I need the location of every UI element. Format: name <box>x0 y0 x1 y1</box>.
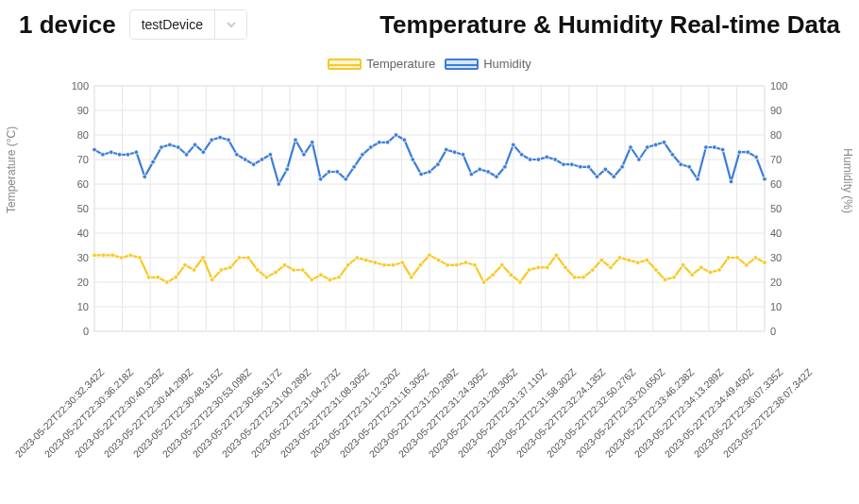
device-select[interactable]: testDevice <box>129 9 247 40</box>
svg-text:10: 10 <box>770 301 782 312</box>
legend-item-humidity[interactable]: Humidity <box>445 57 531 71</box>
svg-point-82 <box>300 268 305 273</box>
svg-point-75 <box>237 256 242 260</box>
svg-point-102 <box>481 280 486 285</box>
svg-point-66 <box>156 276 160 280</box>
legend-swatch-temperature <box>328 59 362 70</box>
svg-point-61 <box>110 253 115 258</box>
svg-point-199 <box>637 158 642 162</box>
svg-point-207 <box>704 145 709 150</box>
svg-point-206 <box>696 177 700 182</box>
svg-point-200 <box>645 145 649 150</box>
svg-point-65 <box>146 276 151 280</box>
svg-point-77 <box>255 268 260 273</box>
svg-point-123 <box>672 276 677 280</box>
svg-point-121 <box>654 268 659 273</box>
svg-point-184 <box>511 143 515 147</box>
svg-point-202 <box>662 141 666 145</box>
svg-point-118 <box>627 258 632 262</box>
svg-point-173 <box>419 172 424 176</box>
svg-point-197 <box>620 165 625 170</box>
svg-point-214 <box>763 177 767 182</box>
svg-point-91 <box>382 263 387 268</box>
svg-point-122 <box>663 277 667 282</box>
svg-text:100: 100 <box>72 80 89 92</box>
svg-point-142 <box>160 145 164 150</box>
svg-point-97 <box>436 258 441 262</box>
svg-point-183 <box>503 165 508 170</box>
svg-point-185 <box>519 153 524 158</box>
svg-point-115 <box>599 258 604 262</box>
svg-point-143 <box>168 143 173 147</box>
svg-point-164 <box>344 177 348 182</box>
svg-point-59 <box>93 253 97 258</box>
svg-point-72 <box>210 277 214 282</box>
y-axis-label-left: Temperature (°C) <box>5 126 18 213</box>
svg-point-201 <box>653 143 658 147</box>
svg-point-78 <box>264 276 269 280</box>
svg-text:0: 0 <box>770 326 776 337</box>
svg-point-182 <box>495 175 499 179</box>
svg-point-203 <box>670 153 675 158</box>
svg-point-87 <box>345 263 350 268</box>
svg-point-79 <box>274 270 278 275</box>
svg-point-127 <box>708 270 713 275</box>
svg-point-177 <box>452 150 457 155</box>
svg-point-169 <box>385 141 390 145</box>
svg-point-195 <box>603 167 608 172</box>
device-select-value[interactable]: testDevice <box>130 17 214 32</box>
svg-point-159 <box>302 153 307 158</box>
legend-label-humidity: Humidity <box>483 57 531 71</box>
svg-text:80: 80 <box>77 129 89 141</box>
svg-text:90: 90 <box>77 105 89 116</box>
svg-point-76 <box>246 256 251 260</box>
svg-text:60: 60 <box>77 178 89 190</box>
svg-point-119 <box>635 260 640 265</box>
device-select-caret[interactable] <box>214 10 246 39</box>
svg-point-154 <box>260 158 264 162</box>
legend-swatch-humidity <box>445 59 479 70</box>
svg-point-73 <box>219 268 224 273</box>
svg-point-134 <box>93 147 97 152</box>
svg-point-98 <box>446 263 450 268</box>
svg-point-170 <box>394 133 398 138</box>
svg-point-160 <box>310 141 314 145</box>
svg-point-174 <box>428 170 432 175</box>
svg-point-110 <box>554 253 559 258</box>
svg-point-74 <box>228 265 233 270</box>
svg-text:70: 70 <box>77 154 89 165</box>
svg-point-116 <box>609 265 614 270</box>
svg-point-209 <box>720 147 725 152</box>
svg-point-128 <box>717 268 722 273</box>
x-axis-labels: 2023-05-22T22:30:32.342Z2023-05-22T22:30… <box>94 366 802 504</box>
svg-point-148 <box>210 138 214 143</box>
svg-point-112 <box>572 276 577 280</box>
svg-point-140 <box>143 175 147 179</box>
svg-point-99 <box>454 263 459 268</box>
svg-point-71 <box>201 256 206 260</box>
svg-point-191 <box>570 162 575 167</box>
svg-point-179 <box>469 172 474 176</box>
chart-svg: 0010102020303040405050606070708080909010… <box>38 76 821 350</box>
svg-text:0: 0 <box>83 326 89 337</box>
svg-point-193 <box>586 165 591 170</box>
svg-point-111 <box>564 265 568 270</box>
svg-point-103 <box>491 273 496 277</box>
svg-point-167 <box>369 145 374 150</box>
legend-label-temperature: Temperature <box>366 57 435 71</box>
svg-point-146 <box>193 143 197 147</box>
svg-point-188 <box>545 155 549 160</box>
svg-point-92 <box>391 263 396 268</box>
svg-point-108 <box>536 265 541 270</box>
svg-point-84 <box>319 273 324 277</box>
svg-point-204 <box>679 162 683 167</box>
svg-point-172 <box>411 158 415 162</box>
svg-point-210 <box>729 179 733 184</box>
svg-point-198 <box>629 145 633 150</box>
svg-point-100 <box>463 260 468 265</box>
legend-item-temperature[interactable]: Temperature <box>328 57 435 71</box>
svg-text:40: 40 <box>77 227 89 239</box>
svg-point-150 <box>227 138 231 143</box>
svg-point-189 <box>553 158 558 162</box>
svg-point-135 <box>101 153 106 158</box>
